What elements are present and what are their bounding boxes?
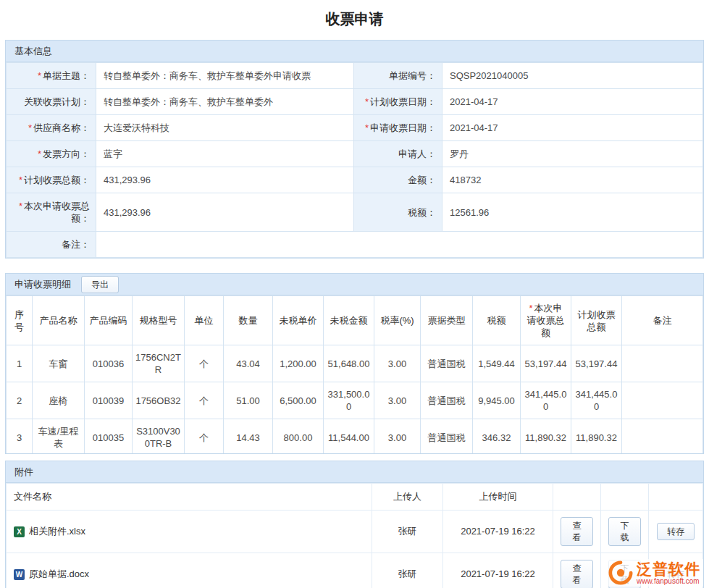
basic-info-body: *单据主题：转自整单委外：商务车、救护车整单委外申请收票单据编号：SQSP202… (7, 63, 703, 258)
field-value: 转自整单委外：商务车、救护车整单委外申请收票 (96, 63, 354, 89)
field-label: 金额： (354, 167, 442, 193)
transfer-button[interactable]: 转存 (657, 523, 695, 540)
field-label-text: 税额： (408, 207, 436, 218)
detail-cell: 800.00 (273, 419, 324, 454)
basic-info-row: 备注： (7, 232, 703, 258)
required-asterisk: * (365, 122, 369, 133)
detail-column-header: 税额 (473, 296, 521, 345)
detail-row: 2座椅0100391756OB32个51.006,500.00331,500.0… (7, 382, 703, 419)
basic-info-title: 基本信息 (14, 45, 52, 58)
action-cell: 查看 (553, 553, 601, 588)
required-asterisk: * (38, 148, 41, 159)
vendor-watermark: 泛普软件 www.fanpusoft.com (605, 559, 703, 587)
detail-column-header: *本次申请收票总额 (521, 296, 571, 345)
field-value: 大连爱沃特科技 (96, 115, 354, 141)
field-label-text: 计划收票总额： (24, 175, 90, 185)
action-cell: 查看 (553, 511, 601, 553)
detail-column-header: 单位 (185, 296, 224, 345)
basic-info-row: 关联收票计划：转自整单委外：商务车、救护车整单委外*计划收票日期：2021-04… (7, 89, 703, 115)
watermark-site: www.fanpusoft.com (637, 577, 700, 585)
detail-cell: 1756OB32 (133, 382, 185, 419)
detail-cell: 3 (7, 419, 33, 454)
action-cell: 下载 (601, 511, 649, 553)
required-asterisk: * (365, 96, 369, 107)
required-asterisk: * (19, 201, 22, 211)
detail-cell: 9,945.00 (473, 382, 521, 419)
download-button[interactable]: 下载 (608, 517, 641, 546)
detail-cell: 341,445.00 (571, 382, 622, 419)
detail-cell: 11,544.00 (324, 419, 374, 454)
field-label-text: 备注： (62, 239, 90, 250)
detail-cell: 车速/里程表 (33, 419, 85, 454)
upload-time-cell: 2021-07-19 16:22 (443, 553, 553, 588)
attachments-header-row: 文件名称 上传人 上传时间 (7, 484, 703, 511)
field-label: 关联收票计划： (7, 89, 96, 115)
detail-column-label: 税额 (487, 315, 506, 326)
detail-cell: 010035 (85, 419, 133, 454)
field-value: 罗丹 (442, 141, 703, 167)
field-label: *申请收票日期： (354, 115, 442, 141)
field-label: 税额： (354, 193, 442, 232)
field-label: *计划收票总额： (7, 167, 96, 193)
detail-cell: 普通国税 (421, 382, 473, 419)
col-action-view (553, 484, 601, 511)
watermark-text: 泛普软件 www.fanpusoft.com (637, 561, 700, 585)
detail-cell: 普通国税 (421, 419, 473, 454)
detail-column-header: 计划收票总额 (571, 296, 622, 345)
detail-cell: 普通国税 (421, 345, 473, 382)
field-label: 申请人： (354, 141, 442, 167)
detail-cell: 座椅 (33, 382, 85, 419)
detail-cell: 14.43 (224, 419, 273, 454)
detail-header-bar: 申请收票明细 导出 (6, 274, 703, 295)
detail-cell: 1756CN2TR (133, 345, 185, 382)
detail-cell: 53,197.44 (571, 345, 622, 382)
view-button[interactable]: 查看 (561, 560, 593, 588)
field-value: 转自整单委外：商务车、救护车整单委外 (96, 89, 354, 115)
field-label-text: 申请人： (398, 148, 436, 159)
upload-time-cell: 2021-07-19 16:22 (443, 511, 553, 553)
field-label-text: 申请收票日期： (370, 122, 436, 133)
detail-column-label: 税率(%) (380, 315, 414, 326)
word-file-icon: W (14, 569, 25, 580)
attachment-row: W原始单据.docx张研2021-07-19 16:22查看下载转存 (7, 553, 703, 588)
detail-cell: 1 (7, 345, 33, 382)
detail-row: 3车速/里程表010035S3100V300TR-B个14.43800.0011… (7, 419, 703, 454)
field-label-text: 金额： (408, 175, 436, 185)
attachments-body: X相关附件.xlsx张研2021-07-19 16:22查看下载转存W原始单据.… (7, 511, 703, 588)
detail-cell: 3.00 (374, 419, 421, 454)
detail-column-label: 规格型号 (140, 315, 177, 326)
detail-cell: 53,197.44 (521, 345, 571, 382)
excel-file-icon: X (14, 526, 25, 537)
detail-column-header: 序号 (7, 296, 33, 345)
field-label-text: 单据编号： (389, 70, 436, 81)
view-button[interactable]: 查看 (561, 517, 593, 546)
basic-info-section: 基本信息 *单据主题：转自整单委外：商务车、救护车整单委外申请收票单据编号：SQ… (5, 40, 704, 259)
field-value: 418732 (442, 167, 703, 193)
field-label: *本次申请收票总额： (7, 193, 96, 232)
attachments-header-bar: 附件 (6, 461, 703, 483)
export-button[interactable]: 导出 (81, 276, 119, 293)
detail-section: 申请收票明细 导出 序号产品名称产品编码规格型号单位数量未税单价未税金额税率(%… (5, 273, 704, 454)
required-asterisk: * (28, 122, 32, 133)
detail-cell (622, 345, 703, 382)
field-label-text: 关联收票计划： (24, 96, 90, 107)
detail-column-header: 未税金额 (324, 296, 374, 345)
detail-cell: 2 (7, 382, 33, 419)
field-value: 2021-04-17 (442, 115, 703, 141)
detail-column-header: 产品名称 (33, 296, 85, 345)
field-value (96, 232, 703, 258)
basic-info-row: *计划收票总额：431,293.96金额：418732 (7, 167, 703, 193)
field-label-text: 计划收票日期： (370, 96, 436, 107)
basic-info-header-bar: 基本信息 (6, 41, 703, 62)
col-upload-time: 上传时间 (443, 484, 553, 511)
detail-cell: S3100V300TR-B (133, 419, 185, 454)
attachments-title: 附件 (14, 466, 33, 479)
col-file-name: 文件名称 (7, 484, 372, 511)
field-value: SQSP2021040005 (442, 63, 703, 89)
field-label: 备注： (7, 232, 96, 258)
detail-column-label: 未税金额 (330, 315, 368, 326)
detail-cell: 51.00 (224, 382, 273, 419)
detail-cell: 346.32 (473, 419, 521, 454)
basic-info-row: *本次申请收票总额：431,293.96税额：12561.96 (7, 193, 703, 232)
field-label: *单据主题： (7, 63, 96, 89)
